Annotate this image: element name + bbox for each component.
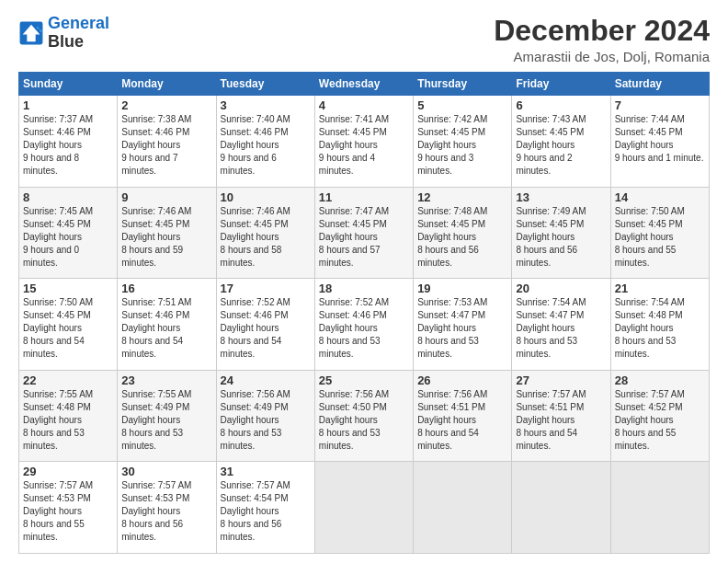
table-row: 23Sunrise: 7:55 AMSunset: 4:49 PMDayligh… xyxy=(118,370,216,462)
page-subtitle: Amarastii de Jos, Dolj, Romania xyxy=(494,49,710,64)
calendar-table: Sunday Monday Tuesday Wednesday Thursday… xyxy=(18,72,710,554)
table-row: 28Sunrise: 7:57 AMSunset: 4:52 PMDayligh… xyxy=(610,370,709,462)
col-tuesday: Tuesday xyxy=(216,73,314,96)
table-row: 10Sunrise: 7:46 AMSunset: 4:45 PMDayligh… xyxy=(216,187,314,279)
table-row: 1Sunrise: 7:37 AMSunset: 4:46 PMDaylight… xyxy=(19,96,118,188)
logo-text: GeneralBlue xyxy=(48,15,109,52)
table-row: 16Sunrise: 7:51 AMSunset: 4:46 PMDayligh… xyxy=(118,279,216,371)
title-block: December 2024 Amarastii de Jos, Dolj, Ro… xyxy=(494,15,710,64)
page-title: December 2024 xyxy=(494,15,710,47)
table-row: 17Sunrise: 7:52 AMSunset: 4:46 PMDayligh… xyxy=(216,279,314,371)
table-row: 2Sunrise: 7:38 AMSunset: 4:46 PMDaylight… xyxy=(118,96,216,188)
table-row: 14Sunrise: 7:50 AMSunset: 4:45 PMDayligh… xyxy=(610,187,709,279)
table-row xyxy=(610,462,709,554)
table-row: 4Sunrise: 7:41 AMSunset: 4:45 PMDaylight… xyxy=(314,96,413,188)
table-row: 7Sunrise: 7:44 AMSunset: 4:45 PMDaylight… xyxy=(610,96,709,188)
table-row xyxy=(512,462,610,554)
table-row: 22Sunrise: 7:55 AMSunset: 4:48 PMDayligh… xyxy=(19,370,118,462)
col-monday: Monday xyxy=(118,73,216,96)
table-row: 26Sunrise: 7:56 AMSunset: 4:51 PMDayligh… xyxy=(414,370,512,462)
table-row: 9Sunrise: 7:46 AMSunset: 4:45 PMDaylight… xyxy=(118,187,216,279)
table-row: 20Sunrise: 7:54 AMSunset: 4:47 PMDayligh… xyxy=(512,279,610,371)
table-row: 24Sunrise: 7:56 AMSunset: 4:49 PMDayligh… xyxy=(216,370,314,462)
table-row: 18Sunrise: 7:52 AMSunset: 4:46 PMDayligh… xyxy=(314,279,413,371)
page-header: GeneralBlue December 2024 Amarastii de J… xyxy=(18,15,710,64)
table-row xyxy=(314,462,413,554)
col-wednesday: Wednesday xyxy=(314,73,413,96)
table-row: 12Sunrise: 7:48 AMSunset: 4:45 PMDayligh… xyxy=(414,187,512,279)
table-row: 3Sunrise: 7:40 AMSunset: 4:46 PMDaylight… xyxy=(216,96,314,188)
table-row: 29Sunrise: 7:57 AMSunset: 4:53 PMDayligh… xyxy=(19,462,118,554)
logo-icon xyxy=(18,20,44,46)
table-row xyxy=(414,462,512,554)
table-row: 19Sunrise: 7:53 AMSunset: 4:47 PMDayligh… xyxy=(414,279,512,371)
table-row: 27Sunrise: 7:57 AMSunset: 4:51 PMDayligh… xyxy=(512,370,610,462)
table-row: 31Sunrise: 7:57 AMSunset: 4:54 PMDayligh… xyxy=(216,462,314,554)
col-friday: Friday xyxy=(512,73,610,96)
table-row: 5Sunrise: 7:42 AMSunset: 4:45 PMDaylight… xyxy=(414,96,512,188)
col-thursday: Thursday xyxy=(414,73,512,96)
calendar-header-row: Sunday Monday Tuesday Wednesday Thursday… xyxy=(19,73,710,96)
table-row: 21Sunrise: 7:54 AMSunset: 4:48 PMDayligh… xyxy=(610,279,709,371)
table-row: 8Sunrise: 7:45 AMSunset: 4:45 PMDaylight… xyxy=(19,187,118,279)
table-row: 15Sunrise: 7:50 AMSunset: 4:45 PMDayligh… xyxy=(19,279,118,371)
table-row: 13Sunrise: 7:49 AMSunset: 4:45 PMDayligh… xyxy=(512,187,610,279)
table-row: 11Sunrise: 7:47 AMSunset: 4:45 PMDayligh… xyxy=(314,187,413,279)
col-sunday: Sunday xyxy=(19,73,118,96)
table-row: 25Sunrise: 7:56 AMSunset: 4:50 PMDayligh… xyxy=(314,370,413,462)
table-row: 6Sunrise: 7:43 AMSunset: 4:45 PMDaylight… xyxy=(512,96,610,188)
col-saturday: Saturday xyxy=(610,73,709,96)
logo: GeneralBlue xyxy=(18,15,109,52)
table-row: 30Sunrise: 7:57 AMSunset: 4:53 PMDayligh… xyxy=(118,462,216,554)
